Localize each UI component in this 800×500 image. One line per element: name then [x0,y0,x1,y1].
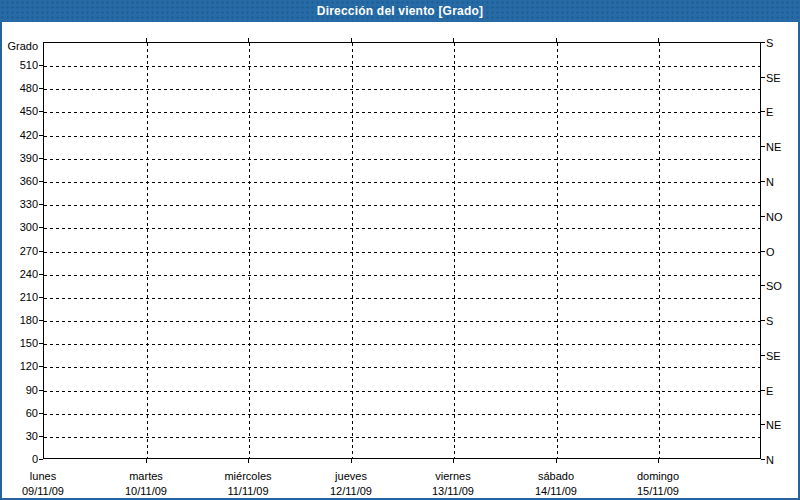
y-tick-mark-left [39,251,43,252]
y-tick-label-right: SE [766,72,798,84]
y-tick-mark-right [761,77,765,78]
grid-line-vertical [352,43,353,458]
y-tick-mark-left [39,413,43,414]
y-tick-mark-left [39,297,43,298]
y-tick-mark-right [761,181,765,182]
y-tick-label-left: 150 [0,337,38,349]
y-tick-mark-left [39,135,43,136]
y-tick-mark-left [39,204,43,205]
y-tick-mark-right [761,424,765,425]
y-tick-label-right: E [766,106,798,118]
grid-line-horizontal [44,344,760,345]
y-tick-label-left: 30 [0,430,38,442]
grid-line-vertical [659,43,660,458]
y-tick-label-left: 0 [0,453,38,465]
grid-line-horizontal [44,205,760,206]
y-tick-mark-right [761,146,765,147]
y-tick-mark-left [39,436,43,437]
y-tick-label-left: 120 [0,360,38,372]
x-day-date-label: 15/11/09 [598,485,718,498]
y-tick-label-left: 450 [0,105,38,117]
grid-line-horizontal [44,89,760,90]
y-tick-label-left: 420 [0,129,38,141]
y-tick-mark-left [39,274,43,275]
y-tick-label-left: 270 [0,245,38,257]
y-tick-mark-left [39,390,43,391]
y-tick-label-right: S [766,37,798,49]
x-tick-mark-top [658,38,659,42]
y-tick-label-right: NE [766,419,798,431]
grid-line-vertical [249,43,250,458]
y-tick-mark-left [39,343,43,344]
y-tick-label-right: N [766,176,798,188]
y-tick-label-right: N [766,454,798,466]
y-tick-label-left: 240 [0,268,38,280]
y-axis-unit-label: Grado [0,40,38,52]
x-day-date-label: 11/11/09 [188,485,308,498]
y-tick-mark-right [761,285,765,286]
grid-line-horizontal [44,182,760,183]
y-tick-label-right: O [766,246,798,258]
grid-line-horizontal [44,437,760,438]
y-tick-label-left: 180 [0,314,38,326]
chart-title: Dirección del viento [Grado] [317,4,483,18]
grid-line-horizontal [44,228,760,229]
grid-line-horizontal [44,391,760,392]
grid-line-vertical [147,43,148,458]
y-tick-mark-left [39,65,43,66]
grid-line-horizontal [44,252,760,253]
x-tick-mark-bottom [658,459,659,463]
x-day-name-label: viernes [393,470,513,483]
y-tick-label-left: 390 [0,152,38,164]
x-tick-mark-top [351,38,352,42]
y-tick-mark-right [761,355,765,356]
plot-area [43,42,761,459]
grid-line-vertical [454,43,455,458]
y-tick-mark-right [761,42,765,43]
grid-line-horizontal [44,66,760,67]
grid-line-horizontal [44,112,760,113]
grid-line-horizontal [44,136,760,137]
x-day-name-label: domingo [598,470,718,483]
x-day-date-label: 13/11/09 [393,485,513,498]
y-tick-mark-left [39,366,43,367]
grid-line-vertical [557,43,558,458]
grid-line-horizontal [44,298,760,299]
y-tick-mark-left [39,181,43,182]
y-tick-mark-right [761,216,765,217]
x-day-name-label: miércoles [188,470,308,483]
wind-direction-chart-window: Dirección del viento [Grado] Grado 03060… [0,0,800,500]
x-tick-mark-top [248,38,249,42]
grid-line-horizontal [44,275,760,276]
y-tick-label-left: 300 [0,221,38,233]
chart-title-bar: Dirección del viento [Grado] [0,0,800,22]
y-tick-label-left: 90 [0,384,38,396]
y-tick-label-left: 360 [0,175,38,187]
y-tick-mark-left [39,459,43,460]
y-tick-mark-left [39,158,43,159]
y-tick-mark-left [39,320,43,321]
grid-line-horizontal [44,414,760,415]
x-tick-mark-bottom [248,459,249,463]
y-tick-label-right: NO [766,211,798,223]
y-tick-label-right: S [766,315,798,327]
y-tick-mark-right [761,459,765,460]
y-tick-mark-left [39,227,43,228]
y-tick-label-left: 510 [0,59,38,71]
y-tick-mark-right [761,251,765,252]
x-tick-mark-bottom [146,459,147,463]
y-tick-mark-left [39,111,43,112]
y-tick-mark-right [761,111,765,112]
y-tick-mark-left [39,88,43,89]
y-tick-label-right: SO [766,280,798,292]
grid-line-horizontal [44,321,760,322]
x-tick-mark-top [453,38,454,42]
x-tick-mark-bottom [453,459,454,463]
y-tick-label-right: NE [766,141,798,153]
y-tick-label-left: 330 [0,198,38,210]
y-tick-mark-right [761,320,765,321]
x-tick-mark-bottom [556,459,557,463]
y-tick-label-right: SE [766,350,798,362]
y-tick-label-left: 60 [0,407,38,419]
y-tick-mark-right [761,390,765,391]
